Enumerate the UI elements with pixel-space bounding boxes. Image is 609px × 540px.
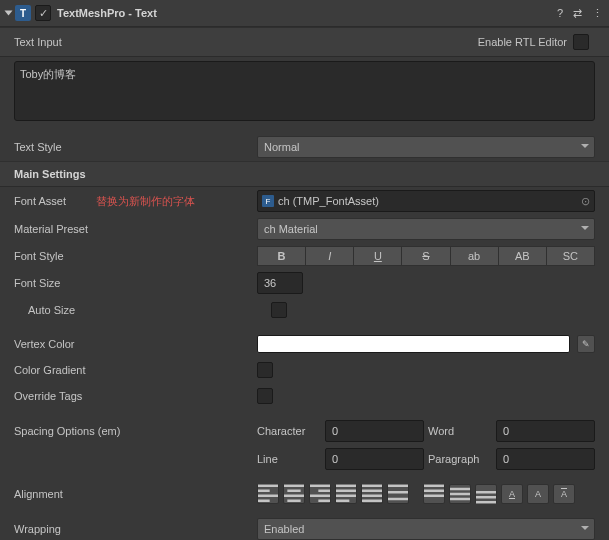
spacing-para-input[interactable]: 0 bbox=[496, 448, 595, 470]
preset-icon[interactable]: ⇄ bbox=[573, 7, 582, 20]
font-style-lowercase[interactable]: ab bbox=[450, 246, 498, 266]
align-justify[interactable] bbox=[335, 484, 357, 504]
align-bottom[interactable] bbox=[475, 484, 497, 504]
component-title: TextMeshPro - Text bbox=[57, 7, 557, 19]
font-asset-field[interactable]: Fch (TMP_FontAsset) bbox=[257, 190, 595, 212]
text-style-label: Text Style bbox=[14, 141, 257, 153]
color-gradient-checkbox[interactable] bbox=[257, 362, 273, 378]
font-style-group: B I U S ab AB SC bbox=[257, 246, 595, 266]
text-style-dropdown[interactable]: Normal bbox=[257, 136, 595, 158]
font-asset-annotation: 替换为新制作的字体 bbox=[96, 195, 195, 207]
inspector-panel: T TextMeshPro - Text ? ⇄ ⋮ Text Input En… bbox=[0, 0, 609, 540]
spacing-line-label: Line bbox=[257, 453, 317, 465]
spacing-word-label: Word bbox=[428, 425, 488, 437]
menu-icon[interactable]: ⋮ bbox=[592, 7, 603, 20]
font-style-strike[interactable]: S bbox=[401, 246, 449, 266]
component-header[interactable]: T TextMeshPro - Text ? ⇄ ⋮ bbox=[0, 0, 609, 27]
text-input-bar: Text Input Enable RTL Editor bbox=[0, 27, 609, 57]
alignment-label: Alignment bbox=[14, 488, 257, 500]
font-style-label: Font Style bbox=[14, 250, 257, 262]
material-preset-label: Material Preset bbox=[14, 223, 257, 235]
vertex-color-field[interactable] bbox=[257, 335, 570, 353]
spacing-char-input[interactable]: 0 bbox=[325, 420, 424, 442]
tmp-type-icon: T bbox=[15, 5, 31, 21]
font-style-uppercase[interactable]: AB bbox=[498, 246, 546, 266]
spacing-char-label: Character bbox=[257, 425, 317, 437]
spacing-line-input[interactable]: 0 bbox=[325, 448, 424, 470]
align-middle[interactable] bbox=[449, 484, 471, 504]
foldout-icon[interactable] bbox=[5, 11, 13, 16]
font-style-bold[interactable]: B bbox=[257, 246, 305, 266]
align-geo[interactable] bbox=[387, 484, 409, 504]
font-style-smallcaps[interactable]: SC bbox=[546, 246, 595, 266]
text-input-label: Text Input bbox=[14, 36, 62, 48]
align-left[interactable] bbox=[257, 484, 279, 504]
font-asset-label: Font Asset替换为新制作的字体 bbox=[14, 194, 257, 209]
help-icon[interactable]: ? bbox=[557, 7, 563, 20]
auto-size-checkbox[interactable] bbox=[271, 302, 287, 318]
spacing-word-input[interactable]: 0 bbox=[496, 420, 595, 442]
wrapping-dropdown[interactable]: Enabled bbox=[257, 518, 595, 540]
font-size-label: Font Size bbox=[14, 277, 257, 289]
spacing-para-label: Paragraph bbox=[428, 453, 488, 465]
enable-rtl-label: Enable RTL Editor bbox=[478, 36, 567, 48]
font-size-input[interactable]: 36 bbox=[257, 272, 303, 294]
align-top[interactable] bbox=[423, 484, 445, 504]
align-midline[interactable]: A bbox=[527, 484, 549, 504]
align-flush[interactable] bbox=[361, 484, 383, 504]
enable-rtl-checkbox[interactable] bbox=[573, 34, 589, 50]
vertex-color-label: Vertex Color bbox=[14, 338, 257, 350]
material-preset-dropdown[interactable]: ch Material bbox=[257, 218, 595, 240]
align-right[interactable] bbox=[309, 484, 331, 504]
override-tags-label: Override Tags bbox=[14, 390, 257, 402]
text-input-area[interactable] bbox=[14, 61, 595, 121]
spacing-label: Spacing Options (em) bbox=[14, 425, 257, 437]
main-settings-header[interactable]: Main Settings bbox=[0, 161, 609, 187]
wrapping-label: Wrapping bbox=[14, 523, 257, 535]
eyedropper-icon[interactable]: ✎ bbox=[577, 335, 595, 353]
align-center[interactable] bbox=[283, 484, 305, 504]
align-baseline[interactable]: A bbox=[501, 484, 523, 504]
align-capline[interactable]: A bbox=[553, 484, 575, 504]
color-gradient-label: Color Gradient bbox=[14, 364, 257, 376]
enable-checkbox[interactable] bbox=[35, 5, 51, 21]
override-tags-checkbox[interactable] bbox=[257, 388, 273, 404]
auto-size-label: Auto Size bbox=[14, 304, 271, 316]
font-style-italic[interactable]: I bbox=[305, 246, 353, 266]
font-style-underline[interactable]: U bbox=[353, 246, 401, 266]
